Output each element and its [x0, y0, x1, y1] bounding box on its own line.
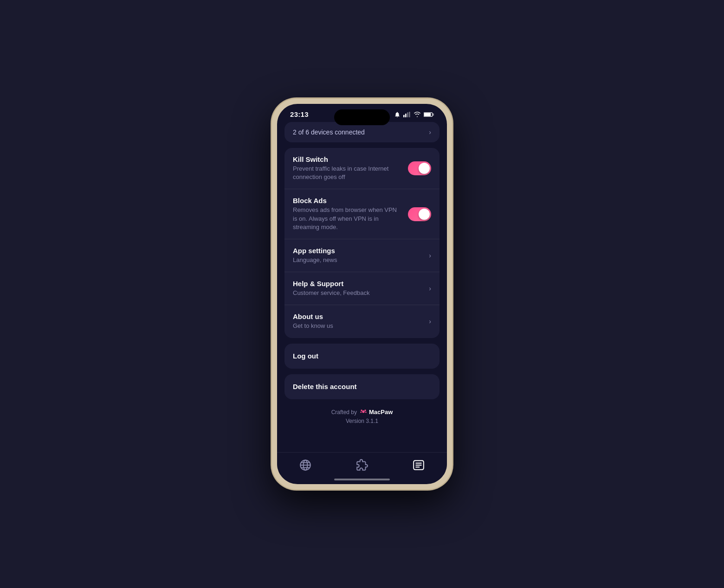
app-settings-text: App settings Language, news — [293, 247, 425, 264]
account-icon — [413, 459, 425, 471]
home-indicator — [277, 475, 447, 484]
logout-card[interactable]: Log out — [284, 344, 440, 369]
svg-rect-5 — [424, 113, 431, 116]
kill-switch-text: Kill Switch Prevent traffic leaks in cas… — [293, 155, 402, 181]
macpaw-icon — [360, 409, 367, 416]
tab-bar — [277, 452, 447, 475]
wifi-icon — [414, 111, 421, 118]
help-support-chevron-icon: › — [429, 285, 431, 292]
about-us-text: About us Get to know us — [293, 313, 425, 330]
block-ads-title: Block Ads — [293, 197, 402, 205]
brand-name: MacPaw — [369, 409, 393, 415]
signal-icon — [403, 111, 411, 118]
phone-screen: 23:13 — [277, 104, 447, 484]
devices-connected-card[interactable]: 2 of 6 devices connected › — [284, 122, 440, 142]
svg-rect-0 — [403, 115, 405, 117]
tab-account[interactable] — [403, 457, 434, 473]
svg-point-7 — [362, 410, 364, 413]
devices-connected-row[interactable]: 2 of 6 devices connected › — [284, 122, 440, 142]
devices-chevron-icon: › — [429, 128, 431, 136]
block-ads-text: Block Ads Removes ads from browser when … — [293, 197, 402, 231]
kill-switch-subtitle: Prevent traffic leaks in case Internet c… — [293, 165, 402, 181]
tab-vpn[interactable] — [290, 457, 321, 473]
block-ads-toggle-thumb — [419, 209, 430, 220]
svg-point-10 — [360, 411, 362, 413]
home-bar — [334, 479, 390, 480]
block-ads-toggle[interactable] — [408, 207, 431, 221]
puzzle-icon — [356, 459, 368, 471]
phone-frame: 23:13 — [272, 98, 452, 490]
block-ads-subtitle: Removes ads from browser when VPN is on.… — [293, 206, 402, 231]
kill-switch-title: Kill Switch — [293, 155, 402, 163]
delete-account-card[interactable]: Delete this account — [284, 374, 440, 399]
about-us-item[interactable]: About us Get to know us › — [284, 305, 440, 338]
status-bar: 23:13 — [277, 104, 447, 122]
app-settings-item[interactable]: App settings Language, news › — [284, 239, 440, 272]
status-icons — [394, 111, 434, 118]
kill-switch-toggle-thumb — [419, 163, 430, 174]
svg-point-11 — [365, 411, 367, 413]
tab-features[interactable] — [347, 457, 377, 473]
status-time: 23:13 — [290, 110, 309, 118]
svg-rect-1 — [405, 114, 407, 117]
macpaw-logo: MacPaw — [360, 409, 393, 416]
svg-point-8 — [361, 409, 362, 411]
delete-account-label: Delete this account — [293, 383, 357, 390]
kill-switch-item: Kill Switch Prevent traffic leaks in cas… — [284, 148, 440, 189]
kill-switch-toggle[interactable] — [408, 161, 431, 175]
crafted-by-text: Crafted by — [331, 409, 357, 415]
footer-crafted-by: Crafted by MacPaw — [284, 405, 440, 418]
about-us-title: About us — [293, 313, 425, 320]
about-us-subtitle: Get to know us — [293, 322, 404, 330]
battery-icon — [424, 112, 434, 117]
devices-connected-text: 2 of 6 devices connected — [293, 128, 365, 136]
help-support-title: Help & Support — [293, 280, 425, 288]
block-ads-item: Block Ads Removes ads from browser when … — [284, 189, 440, 239]
svg-rect-2 — [407, 112, 408, 117]
app-settings-chevron-icon: › — [429, 252, 431, 259]
svg-point-9 — [364, 409, 366, 411]
svg-rect-6 — [433, 113, 434, 115]
help-support-text: Help & Support Customer service, Feedbac… — [293, 280, 425, 297]
toggles-card: Kill Switch Prevent traffic leaks in cas… — [284, 148, 440, 338]
help-support-subtitle: Customer service, Feedback — [293, 289, 404, 297]
app-settings-subtitle: Language, news — [293, 256, 404, 264]
globe-icon — [299, 459, 311, 471]
help-support-item[interactable]: Help & Support Customer service, Feedbac… — [284, 272, 440, 305]
app-settings-title: App settings — [293, 247, 425, 255]
about-us-chevron-icon: › — [429, 318, 431, 325]
logout-label: Log out — [293, 352, 318, 360]
bell-icon — [394, 111, 401, 118]
svg-rect-3 — [409, 112, 410, 117]
scroll-content[interactable]: 2 of 6 devices connected › Kill Switch P… — [277, 122, 447, 452]
version-text: Version 3.1.1 — [284, 418, 440, 428]
